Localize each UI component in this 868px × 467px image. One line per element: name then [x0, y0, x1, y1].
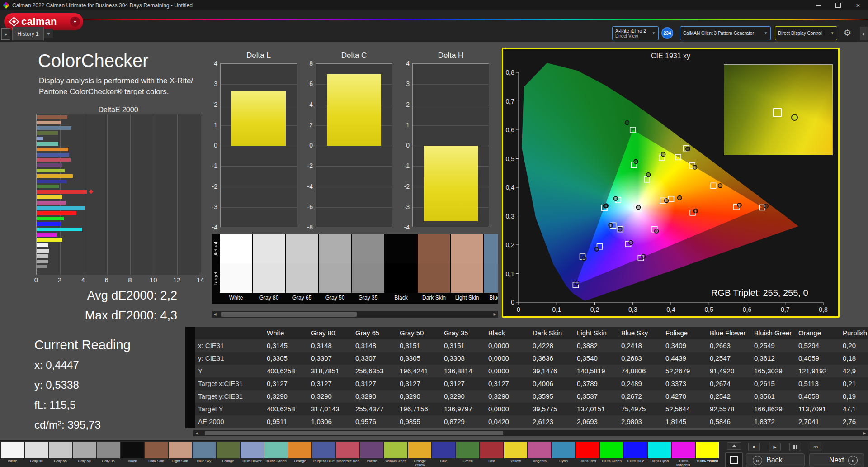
current-reading-y: y: 0,5338: [34, 379, 79, 391]
palette-swatch-green[interactable]: Green: [456, 442, 479, 467]
table-row: Target x:CIE310,31270,31270,31270,31270,…: [195, 377, 868, 390]
table-cell: 75,4975: [615, 403, 659, 415]
de2000-chart-title: DeltaE 2000: [36, 106, 200, 114]
swatch-label: Gray 35: [97, 458, 120, 467]
de-bar-gray-65: [37, 254, 48, 258]
close-button[interactable]: ×: [848, 0, 868, 10]
table-cell: 0,3127: [438, 377, 482, 390]
palette-swatch-white[interactable]: White: [1, 442, 24, 467]
measurement-table: WhiteGray 80Gray 65Gray 50Gray 35BlackDa…: [185, 327, 868, 428]
swatch-label: Yellow Green: [384, 458, 407, 467]
target-swatch: [319, 263, 351, 293]
palette-swatch-orange[interactable]: Orange: [288, 442, 311, 467]
palette-swatch-blue[interactable]: Blue: [432, 442, 455, 467]
target-marker: [630, 127, 636, 133]
y-tick-label: -4: [202, 224, 217, 231]
meter-count-badge[interactable]: 234: [661, 27, 673, 39]
strip-scroll-thumb[interactable]: [221, 312, 357, 317]
palette-swatch-purplish-blue[interactable]: Purplish Blue: [312, 442, 335, 467]
palette-swatch-100-blue[interactable]: 100% Blue: [624, 442, 647, 467]
palette-swatch-light-skin[interactable]: Light Skin: [169, 442, 192, 467]
palette-swatch-blue-flower[interactable]: Blue Flower: [241, 442, 264, 467]
current-reading-x: x: 0,4447: [34, 359, 79, 372]
palette-swatch-100-cyan[interactable]: 100% Cyan: [648, 442, 671, 467]
table-cell: 0,0000: [482, 403, 526, 415]
scroll-right-icon[interactable]: ▶: [861, 431, 868, 435]
measured-marker: [625, 121, 629, 125]
strip-scroll-track[interactable]: [218, 311, 491, 318]
next-button[interactable]: Next »: [809, 453, 864, 467]
scroll-right-icon[interactable]: ▶: [491, 312, 498, 316]
palette-swatch-bluish-green[interactable]: Bluish Green: [264, 442, 288, 467]
pattern-window-button[interactable]: [725, 452, 743, 467]
display-control-dropdown[interactable]: Direct Display Control ▼: [775, 26, 837, 40]
swatch-color: [432, 442, 455, 458]
measured-marker: [594, 247, 599, 251]
de-bar-black: [37, 270, 37, 274]
table-scroll-thumb[interactable]: [205, 431, 503, 435]
row-label: x: CIE31: [195, 339, 260, 352]
table-scroll-track[interactable]: [200, 430, 861, 436]
tab-rail-icon[interactable]: ▸: [1, 28, 10, 40]
de-bar-dark-skin: [37, 115, 67, 119]
palette-swatch-yellow-green[interactable]: Yellow Green: [384, 442, 407, 467]
delta-l-title: Delta L: [220, 51, 297, 60]
palette-swatch-gray-50[interactable]: Gray 50: [73, 442, 96, 467]
palette-swatch-gray-65[interactable]: Gray 65: [49, 442, 72, 467]
scroll-left-icon[interactable]: ◀: [212, 312, 218, 316]
table-cell: 0,20: [836, 339, 868, 352]
gridline: [221, 84, 297, 85]
back-button[interactable]: « Back: [746, 453, 805, 467]
palette-swatch-gray-80[interactable]: Gray 80: [25, 442, 48, 467]
minimize-button[interactable]: [808, 0, 828, 10]
loop-button[interactable]: ∞: [810, 442, 821, 451]
patch-label: Gray 50: [319, 293, 351, 303]
y-tick-label: 6: [297, 80, 313, 87]
palette-swatch-100-red[interactable]: 100% Red: [576, 442, 599, 467]
palette-swatch-100-green[interactable]: 100% Green: [600, 442, 623, 467]
pattern-generator-dropdown[interactable]: CalMAN Client 3 Pattern Generator ▼: [680, 26, 771, 40]
delta-h-plot: [412, 63, 489, 227]
y-tick-label: 2: [297, 121, 313, 129]
table-cell: 0,0420: [482, 415, 526, 428]
palette-swatch-foliage[interactable]: Foliage: [217, 442, 240, 467]
palette-swatch-black[interactable]: Black: [121, 442, 144, 467]
palette-swatch-purple[interactable]: Purple: [360, 442, 383, 467]
maximize-button[interactable]: [828, 0, 848, 10]
play-button[interactable]: ▶: [769, 443, 781, 451]
gear-icon[interactable]: ⚙: [844, 28, 851, 38]
tab-history-1[interactable]: History 1: [12, 27, 44, 40]
y-tick-label: 0: [202, 142, 217, 149]
scroll-left-icon[interactable]: ◀: [193, 431, 200, 435]
palette-swatch-100-magenta[interactable]: 100% Magenta: [672, 442, 695, 467]
measured-marker: [618, 227, 622, 231]
gridline: [413, 125, 489, 126]
add-tab-button[interactable]: +: [44, 29, 53, 38]
panel-expander-icon[interactable]: ›: [860, 27, 868, 40]
table-cell: 0,5294: [792, 339, 836, 352]
column-header: Gray 80: [305, 327, 349, 339]
palette-swatch-yellow[interactable]: Yellow: [504, 442, 527, 467]
palette-swatch-blue-sky[interactable]: Blue Sky: [193, 442, 216, 467]
stop-button[interactable]: ■: [748, 443, 760, 451]
palette-expand-button[interactable]: [727, 442, 741, 450]
swatch-color: [73, 442, 96, 458]
pause-button[interactable]: [789, 443, 801, 451]
palette-swatch-100-yellow[interactable]: 100% Yellow: [696, 442, 719, 467]
row-label: ΔE 2000: [195, 415, 260, 428]
palette-swatch-magenta[interactable]: Magenta: [528, 442, 551, 467]
calman-menu-chevron-icon[interactable]: ▼: [70, 17, 80, 27]
palette-swatch-orange-yellow[interactable]: Orange Yellow: [408, 442, 431, 467]
table-cell: 0,18: [836, 352, 868, 365]
table-scrollbar[interactable]: ◀ ▶: [193, 430, 868, 436]
palette-swatch-gray-35[interactable]: Gray 35: [97, 442, 120, 467]
palette-swatch-cyan[interactable]: Cyan: [552, 442, 575, 467]
meter-dropdown[interactable]: X-Rite i1Pro 2 Direct View ▼: [612, 26, 659, 40]
palette-swatch-dark-skin[interactable]: Dark Skin: [145, 442, 168, 467]
y-tick-label: 0: [297, 142, 313, 149]
strip-scrollbar[interactable]: ◀ ▶: [212, 311, 498, 318]
palette-swatch-red[interactable]: Red: [480, 442, 503, 467]
table-cell: 196,4241: [393, 365, 438, 377]
row-label: Target x:CIE31: [195, 377, 260, 390]
palette-swatch-moderate-red[interactable]: Moderate Red: [336, 442, 359, 467]
